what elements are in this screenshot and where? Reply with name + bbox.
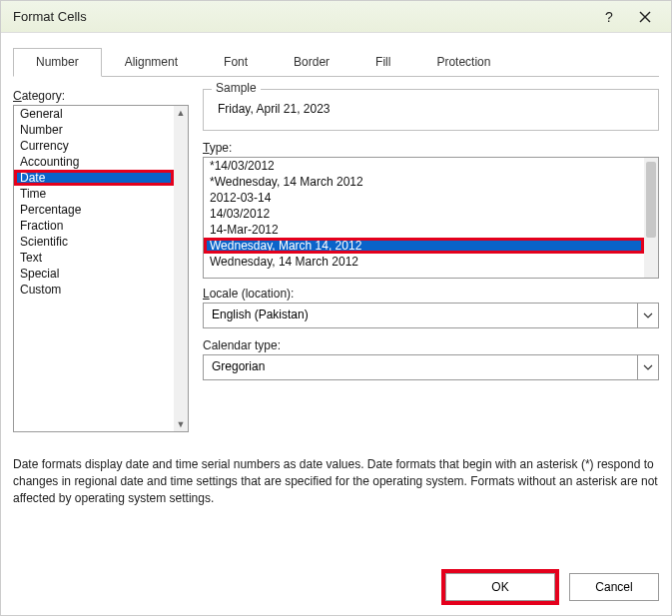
category-item[interactable]: Special bbox=[14, 266, 174, 282]
scroll-thumb[interactable] bbox=[646, 162, 656, 238]
category-scrollbar[interactable]: ▲ ▼ bbox=[174, 106, 188, 431]
format-description: Date formats display date and time seria… bbox=[13, 456, 659, 506]
category-item[interactable]: Currency bbox=[14, 138, 174, 154]
type-item[interactable]: 2012-03-14 bbox=[204, 190, 644, 206]
tab-fill[interactable]: Fill bbox=[352, 48, 413, 77]
dialog-body: Number Alignment Font Border Fill Protec… bbox=[1, 33, 671, 573]
sample-value: Friday, April 21, 2023 bbox=[214, 102, 648, 116]
type-item[interactable]: 14-Mar-2012 bbox=[204, 222, 644, 238]
tab-font[interactable]: Font bbox=[201, 48, 271, 77]
category-item[interactable]: General bbox=[14, 106, 174, 122]
category-item[interactable]: Text bbox=[14, 250, 174, 266]
category-item[interactable]: Percentage bbox=[14, 202, 174, 218]
category-item[interactable]: Number bbox=[14, 122, 174, 138]
type-scrollbar[interactable] bbox=[644, 158, 658, 278]
type-label: Type: bbox=[203, 141, 659, 155]
type-item[interactable]: *14/03/2012 bbox=[204, 158, 644, 174]
type-listbox[interactable]: *14/03/2012*Wednesday, 14 March 20122012… bbox=[203, 157, 659, 279]
cancel-button[interactable]: Cancel bbox=[569, 573, 659, 601]
category-item[interactable]: Scientific bbox=[14, 234, 174, 250]
help-button[interactable]: ? bbox=[591, 3, 627, 31]
titlebar: Format Cells ? bbox=[1, 1, 671, 33]
sample-group: Sample Friday, April 21, 2023 bbox=[203, 89, 659, 131]
calendar-dropdown-button[interactable] bbox=[637, 354, 659, 380]
ok-button[interactable]: OK bbox=[445, 573, 555, 601]
type-item[interactable]: Wednesday, 14 March 2012 bbox=[204, 254, 644, 270]
type-item[interactable]: 14/03/2012 bbox=[204, 206, 644, 222]
format-cells-dialog: Format Cells ? Number Alignment Font Bor… bbox=[0, 0, 672, 616]
calendar-value: Gregorian bbox=[203, 354, 637, 380]
tab-border[interactable]: Border bbox=[271, 48, 352, 77]
dialog-footer: OK Cancel bbox=[1, 573, 671, 615]
tab-number[interactable]: Number bbox=[13, 48, 102, 77]
locale-label: Locale (location): bbox=[203, 287, 659, 301]
scroll-up-icon: ▲ bbox=[177, 106, 186, 120]
category-item[interactable]: Accounting bbox=[14, 154, 174, 170]
category-item[interactable]: Custom bbox=[14, 282, 174, 298]
category-listbox[interactable]: GeneralNumberCurrencyAccountingDateTimeP… bbox=[13, 105, 189, 432]
tab-protection[interactable]: Protection bbox=[413, 48, 513, 77]
close-icon bbox=[639, 11, 651, 23]
locale-combo[interactable]: English (Pakistan) bbox=[203, 303, 659, 328]
category-item[interactable]: Date bbox=[14, 170, 174, 186]
tab-alignment[interactable]: Alignment bbox=[102, 48, 201, 77]
number-panel: Category: GeneralNumberCurrencyAccountin… bbox=[13, 77, 659, 561]
type-item[interactable]: Wednesday, March 14, 2012 bbox=[204, 238, 644, 254]
category-item[interactable]: Fraction bbox=[14, 218, 174, 234]
window-title: Format Cells bbox=[13, 9, 591, 24]
scroll-down-icon: ▼ bbox=[177, 417, 186, 431]
sample-legend: Sample bbox=[212, 81, 261, 95]
calendar-combo[interactable]: Gregorian bbox=[203, 354, 659, 380]
tabstrip: Number Alignment Font Border Fill Protec… bbox=[13, 47, 659, 77]
category-label: Category: bbox=[13, 89, 189, 103]
category-item[interactable]: Time bbox=[14, 186, 174, 202]
locale-value: English (Pakistan) bbox=[203, 303, 637, 328]
type-item[interactable]: *Wednesday, 14 March 2012 bbox=[204, 174, 644, 190]
chevron-down-icon bbox=[643, 364, 653, 370]
chevron-down-icon bbox=[643, 312, 653, 318]
close-button[interactable] bbox=[627, 3, 663, 31]
calendar-label: Calendar type: bbox=[203, 338, 659, 352]
locale-dropdown-button[interactable] bbox=[637, 303, 659, 328]
